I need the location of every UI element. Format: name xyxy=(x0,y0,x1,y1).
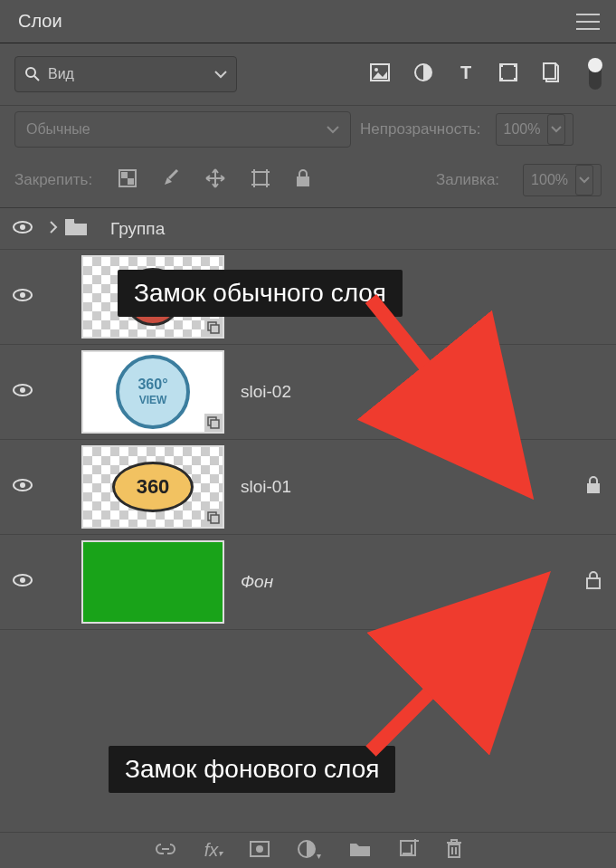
layer-name[interactable]: sloi-01 xyxy=(241,477,291,497)
svg-rect-55 xyxy=(451,840,457,843)
svg-point-43 xyxy=(20,577,25,583)
chevron-down-icon xyxy=(214,66,227,82)
blend-mode-select[interactable]: Обычные xyxy=(14,111,351,148)
layer-thumbnail[interactable]: 360 xyxy=(81,445,224,529)
svg-rect-25 xyxy=(297,176,309,186)
visibility-icon[interactable] xyxy=(9,383,36,401)
svg-rect-41 xyxy=(587,483,600,493)
filter-smart-icon[interactable] xyxy=(542,62,560,86)
layer-mask-icon[interactable] xyxy=(250,841,270,861)
svg-text:T: T xyxy=(460,63,471,81)
panel-menu-icon[interactable] xyxy=(576,14,600,30)
svg-rect-11 xyxy=(514,63,517,67)
layer-row-group[interactable]: Группа xyxy=(0,208,616,250)
new-group-icon[interactable] xyxy=(348,840,372,862)
blend-mode-label: Обычные xyxy=(26,121,90,138)
layer-thumbnail[interactable] xyxy=(81,540,224,624)
visibility-icon[interactable] xyxy=(9,478,36,496)
fill-value: 100% xyxy=(531,172,568,188)
lock-transparency-icon[interactable] xyxy=(118,168,137,192)
svg-rect-16 xyxy=(121,172,128,178)
svg-point-48 xyxy=(256,845,263,853)
filter-pixel-icon[interactable] xyxy=(370,63,390,85)
svg-rect-17 xyxy=(128,178,134,185)
opacity-input[interactable]: 100% xyxy=(496,113,574,146)
annotation-normal-lock: Замок обычного слоя xyxy=(118,270,403,317)
layer-effects-icon[interactable]: fx▾ xyxy=(204,840,223,861)
svg-rect-44 xyxy=(587,578,600,588)
lock-pixels-icon[interactable] xyxy=(161,168,181,192)
chevron-down-icon xyxy=(547,114,565,145)
lock-artboard-icon[interactable] xyxy=(250,167,271,193)
svg-rect-13 xyxy=(514,78,517,81)
smart-object-badge-icon xyxy=(204,319,223,337)
lock-icon[interactable] xyxy=(585,475,602,499)
filter-adjustment-icon[interactable] xyxy=(413,62,433,86)
filter-shape-icon[interactable] xyxy=(498,62,518,86)
svg-point-38 xyxy=(20,482,25,488)
layer-name[interactable]: Группа xyxy=(110,219,165,239)
visibility-icon[interactable] xyxy=(9,288,36,306)
svg-rect-12 xyxy=(499,78,503,81)
layer-row[interactable]: 360°VIEW sloi-02 xyxy=(0,345,616,440)
lock-all-icon[interactable] xyxy=(295,168,311,192)
chevron-down-icon xyxy=(327,121,339,138)
layer-thumbnail[interactable]: 360°VIEW xyxy=(81,350,224,434)
svg-rect-20 xyxy=(254,172,267,185)
layer-kind-select[interactable]: Вид xyxy=(14,56,237,92)
svg-rect-36 xyxy=(211,420,219,428)
svg-rect-51 xyxy=(449,844,460,857)
layer-row[interactable]: 360 sloi-01 xyxy=(0,440,616,535)
lock-position-icon[interactable] xyxy=(204,167,226,193)
svg-rect-32 xyxy=(211,325,219,333)
layer-row-background[interactable]: Фон xyxy=(0,535,616,630)
adjustment-layer-icon[interactable]: ▾ xyxy=(297,839,321,863)
filter-type-icon[interactable]: T xyxy=(457,63,475,85)
svg-point-27 xyxy=(20,224,25,230)
opacity-label: Непрозрачность: xyxy=(360,120,481,138)
delete-layer-icon[interactable] xyxy=(446,839,462,863)
visibility-icon[interactable] xyxy=(9,220,36,238)
new-layer-icon[interactable] xyxy=(399,839,419,863)
search-icon xyxy=(24,66,41,82)
svg-point-34 xyxy=(20,387,25,393)
svg-point-30 xyxy=(20,292,25,298)
smart-object-badge-icon xyxy=(204,509,223,527)
fill-label: Заливка: xyxy=(436,171,499,189)
panel-tab-layers[interactable]: Слои xyxy=(0,0,81,43)
svg-rect-28 xyxy=(65,219,74,223)
svg-rect-14 xyxy=(544,63,555,79)
layer-name[interactable]: sloi-02 xyxy=(241,382,291,402)
layer-name[interactable]: Фон xyxy=(241,572,273,592)
opacity-value: 100% xyxy=(504,121,541,138)
smart-object-badge-icon xyxy=(204,414,223,432)
annotation-bg-lock: Замок фонового слоя xyxy=(109,746,395,793)
svg-point-6 xyxy=(374,68,378,72)
svg-point-3 xyxy=(26,68,35,77)
folder-icon xyxy=(63,217,89,241)
visibility-icon[interactable] xyxy=(9,573,36,591)
link-layers-icon[interactable] xyxy=(154,842,177,860)
svg-rect-40 xyxy=(211,515,219,523)
filter-toggle[interactable] xyxy=(589,59,602,90)
chevron-down-icon xyxy=(575,165,593,196)
lock-icon[interactable] xyxy=(585,570,602,594)
svg-rect-10 xyxy=(499,63,503,67)
svg-line-4 xyxy=(34,76,39,81)
expand-icon[interactable] xyxy=(49,221,58,237)
lock-label: Закрепить: xyxy=(14,171,92,189)
layer-kind-label: Вид xyxy=(48,66,74,82)
fill-input[interactable]: 100% xyxy=(523,164,602,196)
